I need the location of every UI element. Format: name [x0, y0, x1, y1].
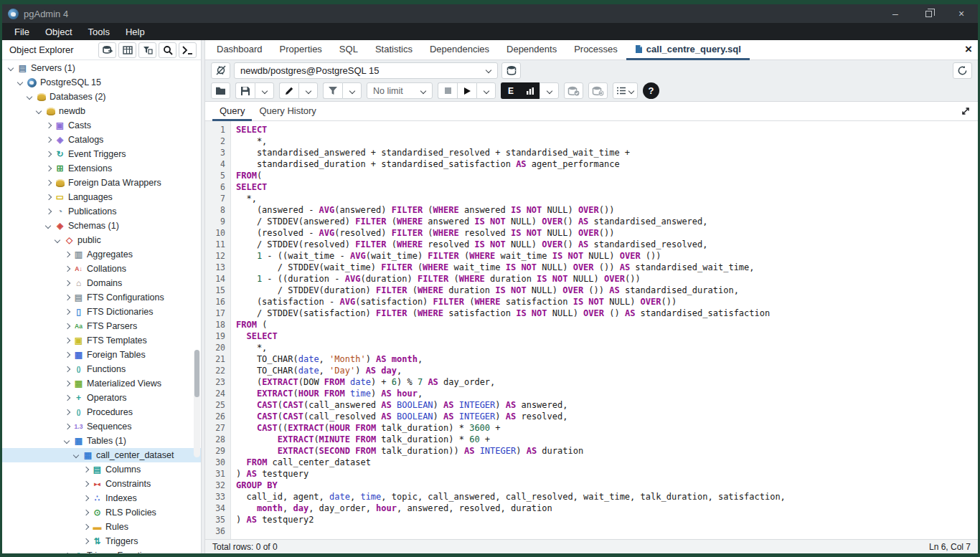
tree-item-aggregates[interactable]: ▥Aggregates: [2, 247, 201, 262]
chevron-right-icon[interactable]: [62, 264, 72, 274]
chevron-right-icon[interactable]: [44, 135, 54, 145]
history-refresh-icon[interactable]: [953, 62, 972, 79]
connection-toggle-icon[interactable]: [211, 62, 230, 79]
save-icon[interactable]: [235, 82, 255, 99]
explain-options-chevron-icon[interactable]: [540, 82, 559, 99]
tree-item-extensions[interactable]: ⊞Extensions: [2, 161, 201, 176]
edit-options-chevron-icon[interactable]: [298, 82, 318, 99]
tree-item-event-triggers[interactable]: ↻Event Triggers: [2, 147, 201, 161]
chevron-down-icon[interactable]: [72, 450, 82, 460]
commit-icon[interactable]: [564, 82, 583, 99]
filter-options-chevron-icon[interactable]: [342, 82, 362, 99]
sql-editor[interactable]: 1234567891011121314151617181920212223242…: [205, 121, 978, 539]
tree-item-columns[interactable]: ▤Columns: [2, 462, 201, 477]
tab-query-history[interactable]: Query History: [252, 102, 323, 121]
sql-code[interactable]: SELECT *, standardised_answered + standa…: [231, 121, 978, 539]
save-options-chevron-icon[interactable]: [255, 82, 274, 99]
tree-item-publications[interactable]: ◔Publications: [2, 204, 201, 219]
menu-object[interactable]: Object: [39, 25, 79, 39]
tree-item-triggers[interactable]: ⇅Triggers: [2, 534, 201, 548]
explain-analyze-icon[interactable]: [520, 82, 540, 99]
tree-item-fts-templates[interactable]: ▣FTS Templates: [2, 333, 201, 348]
close-tab-icon[interactable]: ×: [965, 43, 972, 55]
chevron-right-icon[interactable]: [81, 465, 91, 475]
tab-sql[interactable]: SQL: [331, 40, 367, 60]
chevron-right-icon[interactable]: [81, 536, 91, 546]
tree-scrollbar-thumb[interactable]: [194, 350, 199, 397]
chevron-right-icon[interactable]: [44, 149, 54, 159]
chevron-down-icon[interactable]: [25, 92, 35, 102]
tree-item-collations[interactable]: A↓Collations: [2, 262, 201, 276]
menu-help[interactable]: Help: [119, 25, 151, 39]
close-button[interactable]: ×: [945, 4, 978, 23]
tree-item-operators[interactable]: +Operators: [2, 391, 201, 405]
tree-item-fts-parsers[interactable]: AaFTS Parsers: [2, 319, 201, 333]
tree-item-foreign-tables[interactable]: ▦Foreign Tables: [2, 348, 201, 362]
tree-item-rules[interactable]: ▬Rules: [2, 520, 201, 534]
chevron-down-icon[interactable]: [62, 436, 72, 446]
tree-item-fts-configurations[interactable]: ▤FTS Configurations: [2, 290, 201, 305]
chevron-right-icon[interactable]: [81, 479, 91, 489]
chevron-right-icon[interactable]: [62, 422, 72, 432]
tree-item-procedures[interactable]: ()Procedures: [2, 405, 201, 419]
chevron-right-icon[interactable]: [62, 335, 72, 346]
chevron-down-icon[interactable]: [53, 235, 63, 245]
tab-processes[interactable]: Processes: [565, 40, 626, 60]
chevron-right-icon[interactable]: [62, 393, 72, 403]
chevron-right-icon[interactable]: [62, 379, 72, 389]
tab-statistics[interactable]: Statistics: [367, 40, 421, 60]
tree-item-call-center-dataset[interactable]: ▦call_center_dataset: [2, 448, 201, 462]
chevron-right-icon[interactable]: [44, 192, 54, 202]
psql-tool-icon[interactable]: [179, 42, 197, 58]
macros-icon[interactable]: [613, 82, 638, 99]
tree-item-casts[interactable]: ▣Casts: [2, 118, 201, 133]
chevron-right-icon[interactable]: [44, 206, 54, 216]
chevron-right-icon[interactable]: [44, 120, 54, 130]
tree-item-functions[interactable]: ()Functions: [2, 362, 201, 376]
tree-item-domains[interactable]: ⌂Domains: [2, 276, 201, 290]
tree-item-schemas-1-[interactable]: ◈Schemas (1): [2, 219, 201, 233]
filtered-rows-icon[interactable]: [138, 42, 156, 58]
open-file-icon[interactable]: [211, 82, 230, 99]
tab-dependencies[interactable]: Dependencies: [421, 40, 498, 60]
chevron-down-icon[interactable]: [34, 106, 44, 116]
menu-file[interactable]: File: [8, 25, 36, 39]
filter-icon[interactable]: [323, 82, 342, 99]
chevron-right-icon[interactable]: [81, 522, 91, 532]
minimize-button[interactable]: –: [879, 4, 912, 23]
chevron-right-icon[interactable]: [62, 321, 72, 331]
tab-call-centre-query-sql[interactable]: call_centre_query.sql: [626, 40, 750, 60]
chevron-right-icon[interactable]: [81, 493, 91, 503]
connection-dropdown[interactable]: newdb/postgres@PostgreSQL 15: [234, 62, 498, 79]
tree-item-languages[interactable]: ▭Languages: [2, 190, 201, 204]
help-button[interactable]: ?: [643, 82, 659, 99]
tree-item-fts-dictionaries[interactable]: ▯FTS Dictionaries: [2, 305, 201, 319]
chevron-right-icon[interactable]: [62, 307, 72, 317]
chevron-right-icon[interactable]: [44, 178, 54, 188]
maximize-button[interactable]: [912, 4, 945, 23]
edit-icon[interactable]: [279, 82, 298, 99]
tab-dashboard[interactable]: Dashboard: [208, 40, 271, 60]
new-connection-icon[interactable]: [501, 62, 521, 79]
view-data-icon[interactable]: [118, 42, 136, 58]
execute-icon[interactable]: [457, 82, 476, 99]
tab-query[interactable]: Query: [212, 102, 252, 121]
chevron-right-icon[interactable]: [62, 249, 72, 260]
tree-item-newdb[interactable]: newdb: [2, 104, 201, 118]
chevron-right-icon[interactable]: [62, 364, 72, 374]
chevron-right-icon[interactable]: [44, 163, 54, 173]
tree-item-constraints[interactable]: ▸◂Constraints: [2, 477, 201, 491]
chevron-right-icon[interactable]: [62, 407, 72, 417]
menu-tools[interactable]: Tools: [82, 25, 116, 39]
tree-item-trigger-functions[interactable]: ()Trigger Functions: [2, 548, 201, 553]
tab-properties[interactable]: Properties: [271, 40, 331, 60]
chevron-right-icon[interactable]: [62, 292, 72, 303]
tree-scrollbar[interactable]: [194, 350, 200, 457]
stop-icon[interactable]: [438, 82, 457, 99]
chevron-down-icon[interactable]: [16, 77, 26, 87]
tree-item-indexes[interactable]: ∴Indexes: [2, 491, 201, 505]
tab-dependents[interactable]: Dependents: [498, 40, 565, 60]
tree-item-databases-2-[interactable]: Databases (2): [2, 90, 201, 104]
tree-item-public[interactable]: ◇public: [2, 233, 201, 247]
tree-item-materialized-views[interactable]: ▦Materialized Views: [2, 376, 201, 391]
